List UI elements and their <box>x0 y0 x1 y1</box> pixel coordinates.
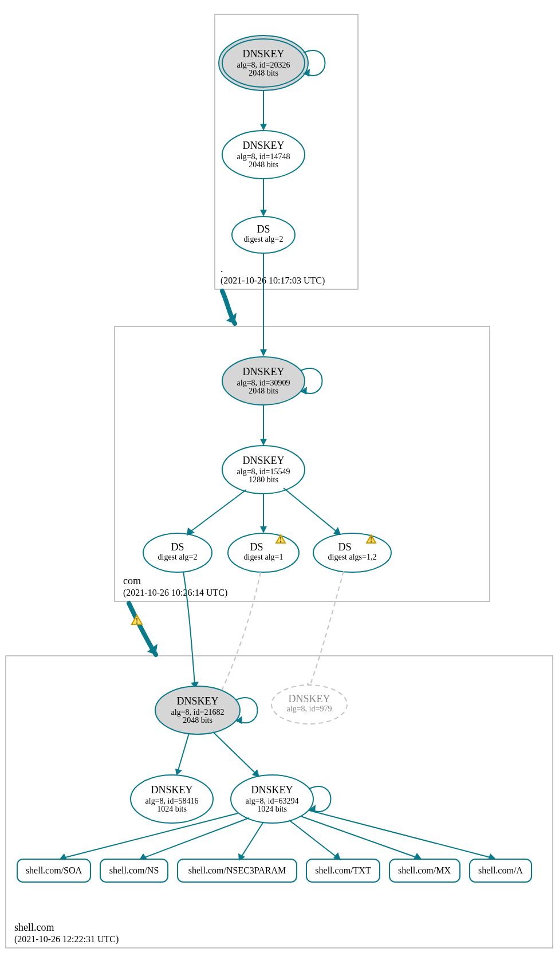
svg-text:DNSKEY: DNSKEY <box>242 48 284 60</box>
com-dnskey-zsk[interactable]: DNSKEY alg=8, id=15549 1280 bits <box>222 446 305 494</box>
rr-a[interactable]: shell.com/A <box>470 859 532 882</box>
rr-ns[interactable]: shell.com/NS <box>100 859 168 882</box>
svg-text:1280 bits: 1280 bits <box>249 475 278 484</box>
svg-text:!: ! <box>280 536 282 544</box>
svg-marker-84 <box>414 853 422 859</box>
rr-soa[interactable]: shell.com/SOA <box>17 859 90 882</box>
com-ds-2[interactable]: DS digest alg=1 <box>228 533 299 572</box>
svg-text:alg=8, id=63294: alg=8, id=63294 <box>246 797 299 805</box>
svg-marker-80 <box>60 853 67 860</box>
svg-text:shell.com/A: shell.com/A <box>478 865 523 875</box>
svg-text:digest alg=2: digest alg=2 <box>158 553 198 561</box>
svg-marker-16 <box>260 349 267 356</box>
zone-root-name: . <box>221 263 223 274</box>
svg-text:alg=8, id=20326: alg=8, id=20326 <box>237 61 290 69</box>
svg-text:digest alg=2: digest alg=2 <box>244 235 284 243</box>
com-ds-1[interactable]: DS digest alg=2 <box>143 533 212 572</box>
svg-text:!: ! <box>136 617 139 625</box>
svg-text:2048 bits: 2048 bits <box>183 716 212 725</box>
svg-text:DNSKEY: DNSKEY <box>151 784 192 796</box>
svg-marker-66 <box>175 769 182 776</box>
svg-text:shell.com/TXT: shell.com/TXT <box>315 865 371 875</box>
root-dnskey-zsk[interactable]: DNSKEY alg=8, id=14748 2048 bits <box>222 131 305 179</box>
svg-text:DNSKEY: DNSKEY <box>242 366 284 377</box>
shell-dnskey-ksk[interactable]: DNSKEY alg=8, id=21682 2048 bits <box>155 686 240 734</box>
com-dnskey-ksk[interactable]: DNSKEY alg=8, id=30909 2048 bits <box>222 357 305 405</box>
rr-mx[interactable]: shell.com/MX <box>389 859 460 882</box>
zone-com-name: com <box>123 575 141 587</box>
svg-text:DNSKEY: DNSKEY <box>251 784 293 796</box>
svg-text:2048 bits: 2048 bits <box>249 160 278 169</box>
svg-marker-38 <box>333 527 341 535</box>
svg-text:DS: DS <box>257 223 270 235</box>
svg-marker-85 <box>488 853 496 860</box>
zone-shell-name: shell.com <box>14 922 54 933</box>
svg-text:DS: DS <box>250 541 263 553</box>
svg-text:2048 bits: 2048 bits <box>249 69 278 77</box>
root-dnskey-ksk[interactable]: DNSKEY alg=8, id=20326 2048 bits <box>219 36 308 90</box>
svg-marker-10 <box>260 124 267 131</box>
zone-shell-ts: (2021-10-26 12:22:31 UTC) <box>14 934 119 944</box>
svg-text:alg=8, id=979: alg=8, id=979 <box>287 705 332 713</box>
svg-text:DNSKEY: DNSKEY <box>288 693 330 705</box>
shell-dnskey-58416[interactable]: DNSKEY alg=8, id=58416 1024 bits <box>131 775 213 823</box>
svg-text:2048 bits: 2048 bits <box>249 387 278 395</box>
svg-text:1024 bits: 1024 bits <box>157 805 187 813</box>
svg-text:alg=8, id=30909: alg=8, id=30909 <box>237 379 290 387</box>
svg-text:alg=8, id=15549: alg=8, id=15549 <box>237 467 290 476</box>
zone-root-ts: (2021-10-26 10:17:03 UTC) <box>221 275 325 286</box>
svg-text:alg=8, id=14748: alg=8, id=14748 <box>237 152 290 161</box>
svg-text:DNSKEY: DNSKEY <box>242 455 284 466</box>
zone-com-ts: (2021-10-26 10:26:14 UTC) <box>123 588 227 598</box>
svg-text:1024 bits: 1024 bits <box>257 805 287 813</box>
svg-text:DNSKEY: DNSKEY <box>176 695 218 707</box>
svg-text:DS: DS <box>338 541 351 553</box>
svg-text:!: ! <box>370 536 373 544</box>
svg-marker-14 <box>260 210 267 217</box>
svg-text:alg=8, id=21682: alg=8, id=21682 <box>171 708 225 717</box>
svg-marker-26 <box>260 439 267 446</box>
svg-text:alg=8, id=58416: alg=8, id=58416 <box>145 797 199 805</box>
svg-text:shell.com/NSEC3PARAM: shell.com/NSEC3PARAM <box>188 865 286 875</box>
svg-text:DNSKEY: DNSKEY <box>242 140 284 151</box>
svg-text:shell.com/MX: shell.com/MX <box>398 865 451 875</box>
svg-marker-37 <box>260 526 267 533</box>
svg-text:shell.com/NS: shell.com/NS <box>109 865 159 875</box>
rr-txt[interactable]: shell.com/TXT <box>306 859 380 882</box>
com-ds-3[interactable]: DS digest algs=1,2 <box>313 533 391 572</box>
svg-text:DS: DS <box>171 541 184 553</box>
svg-text:digest algs=1,2: digest algs=1,2 <box>328 553 377 561</box>
shell-dnskey-ghost[interactable]: DNSKEY alg=8, id=979 <box>271 685 347 724</box>
delegation-com-to-shell <box>129 603 156 655</box>
svg-text:digest alg=1: digest alg=1 <box>244 553 284 561</box>
root-ds-com[interactable]: DS digest alg=2 <box>232 217 295 253</box>
svg-marker-81 <box>140 853 147 859</box>
rr-nsec3param[interactable]: shell.com/NSEC3PARAM <box>178 859 297 882</box>
svg-text:shell.com/SOA: shell.com/SOA <box>26 865 82 875</box>
